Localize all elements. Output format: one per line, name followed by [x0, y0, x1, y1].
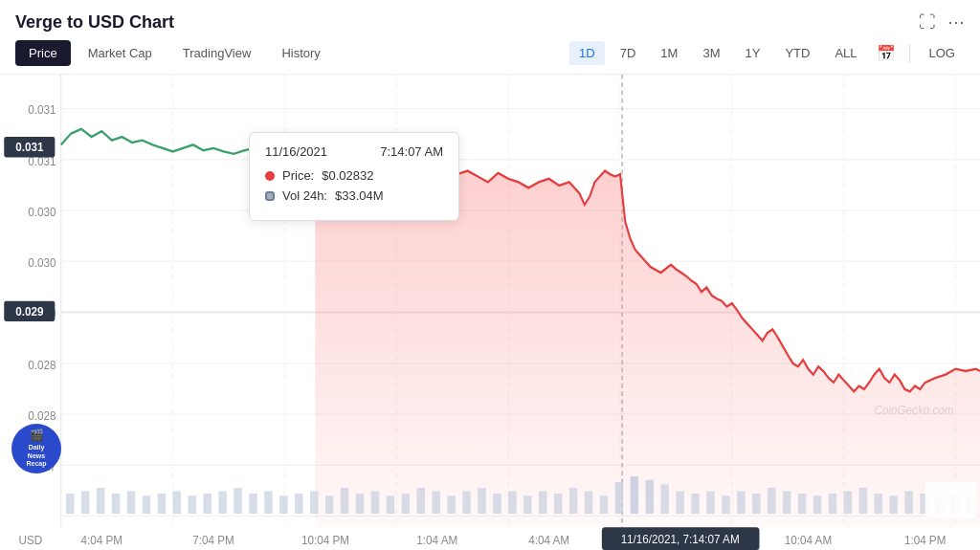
svg-rect-78 — [783, 491, 791, 514]
tooltip-price-value: $0.02832 — [322, 168, 373, 183]
svg-rect-55 — [432, 491, 439, 514]
news-badge[interactable]: 🎬 Daily News Recap — [11, 424, 61, 473]
time-all[interactable]: ALL — [825, 41, 866, 65]
tabs-left: Price Market Cap TradingView History — [15, 40, 334, 66]
svg-rect-84 — [875, 494, 882, 514]
svg-rect-79 — [798, 494, 806, 514]
svg-rect-35 — [127, 491, 135, 514]
svg-rect-51 — [371, 491, 379, 514]
svg-text:USD: USD — [19, 534, 43, 548]
svg-rect-60 — [508, 491, 516, 514]
svg-rect-67 — [615, 482, 623, 514]
svg-rect-32 — [81, 491, 89, 514]
svg-rect-83 — [859, 488, 867, 514]
svg-text:10:04 AM: 10:04 AM — [785, 534, 832, 548]
svg-rect-74 — [722, 495, 729, 514]
time-7d[interactable]: 7D — [611, 41, 646, 65]
svg-text:10:04 PM: 10:04 PM — [301, 534, 349, 548]
svg-rect-45 — [279, 495, 287, 514]
calendar-icon[interactable]: 📅 — [873, 40, 900, 66]
svg-text:7:04 PM: 7:04 PM — [192, 534, 234, 548]
chart-header: Verge to USD Chart ⛶ ⋯ — [0, 0, 980, 40]
svg-rect-33 — [97, 488, 104, 514]
header-icons: ⛶ ⋯ — [919, 11, 965, 33]
svg-rect-72 — [691, 494, 699, 514]
chart-container: Verge to USD Chart ⛶ ⋯ Price Market Cap … — [0, 0, 980, 550]
svg-rect-52 — [387, 495, 394, 514]
svg-rect-86 — [904, 491, 912, 514]
tooltip-price-row: Price: $0.02832 — [265, 168, 443, 183]
tooltip-vol-value: $33.04M — [335, 188, 384, 203]
svg-rect-39 — [189, 495, 196, 514]
svg-rect-46 — [295, 494, 302, 514]
time-ytd[interactable]: YTD — [775, 41, 819, 65]
tooltip-date: 11/16/2021 — [265, 144, 327, 159]
svg-rect-69 — [646, 480, 654, 514]
svg-rect-64 — [569, 488, 577, 514]
tabs-row: Price Market Cap TradingView History 1D … — [0, 40, 980, 75]
svg-rect-81 — [829, 494, 836, 514]
svg-rect-91 — [925, 482, 976, 518]
svg-rect-66 — [600, 495, 608, 514]
svg-text:11/16/2021, 7:14:07 AM: 11/16/2021, 7:14:07 AM — [621, 532, 740, 546]
svg-text:0.030: 0.030 — [28, 205, 56, 219]
more-icon[interactable]: ⋯ — [947, 11, 965, 33]
svg-text:0.028: 0.028 — [28, 408, 56, 423]
svg-text:0.031: 0.031 — [28, 103, 56, 118]
svg-rect-61 — [523, 495, 531, 514]
svg-rect-41 — [218, 491, 226, 514]
time-1d[interactable]: 1D — [569, 41, 605, 65]
svg-rect-47 — [310, 491, 318, 514]
time-1y[interactable]: 1Y — [735, 41, 769, 65]
svg-rect-63 — [554, 494, 562, 514]
news-badge-text: Daily News Recap — [26, 444, 46, 468]
divider — [909, 44, 910, 63]
svg-rect-54 — [417, 488, 425, 514]
svg-rect-77 — [768, 488, 775, 514]
svg-text:CoinGecko.com: CoinGecko.com — [875, 403, 954, 417]
price-tooltip: 11/16/2021 7:14:07 AM Price: $0.02832 Vo… — [249, 132, 459, 221]
svg-rect-56 — [447, 495, 455, 514]
chart-title: Verge to USD Chart — [15, 12, 174, 33]
svg-rect-38 — [173, 491, 181, 514]
svg-rect-75 — [737, 491, 745, 514]
svg-rect-40 — [203, 494, 211, 514]
svg-rect-71 — [676, 491, 683, 514]
svg-rect-37 — [158, 494, 166, 514]
svg-rect-34 — [112, 494, 120, 514]
svg-rect-49 — [341, 488, 348, 514]
svg-text:1:04 PM: 1:04 PM — [904, 534, 946, 548]
time-3m[interactable]: 3M — [693, 41, 729, 65]
chart-svg: 0.031 0.031 0.030 0.030 0.029 0.028 0.02… — [0, 75, 980, 550]
time-log[interactable]: LOG — [920, 41, 965, 65]
expand-icon[interactable]: ⛶ — [919, 12, 936, 33]
svg-rect-68 — [631, 476, 638, 514]
tooltip-price-label: Price: — [282, 168, 314, 183]
tab-tradingview[interactable]: TradingView — [169, 40, 265, 66]
svg-rect-48 — [325, 495, 333, 514]
svg-text:4:04 PM: 4:04 PM — [80, 534, 122, 548]
svg-rect-42 — [234, 488, 241, 514]
tab-price[interactable]: Price — [15, 40, 71, 66]
tooltip-time: 7:14:07 AM — [380, 144, 443, 159]
chart-area: 0.031 0.031 0.030 0.030 0.029 0.028 0.02… — [0, 75, 980, 550]
svg-rect-58 — [478, 488, 485, 514]
svg-rect-82 — [844, 491, 852, 514]
price-dot — [265, 171, 275, 181]
tab-market-cap[interactable]: Market Cap — [75, 40, 166, 66]
svg-text:4:04 AM: 4:04 AM — [528, 534, 569, 548]
svg-rect-53 — [402, 494, 410, 514]
svg-text:0.028: 0.028 — [28, 358, 56, 372]
svg-rect-59 — [493, 494, 501, 514]
tooltip-vol-row: Vol 24h: $33.04M — [265, 188, 443, 203]
svg-rect-36 — [143, 495, 150, 514]
svg-text:0.029: 0.029 — [15, 304, 43, 319]
tab-history[interactable]: History — [268, 40, 333, 66]
svg-rect-76 — [752, 494, 760, 514]
vol-dot — [265, 191, 275, 201]
svg-rect-80 — [813, 495, 821, 514]
svg-rect-65 — [585, 491, 592, 514]
svg-rect-62 — [539, 491, 546, 514]
time-1m[interactable]: 1M — [651, 41, 687, 65]
svg-rect-31 — [66, 494, 74, 514]
